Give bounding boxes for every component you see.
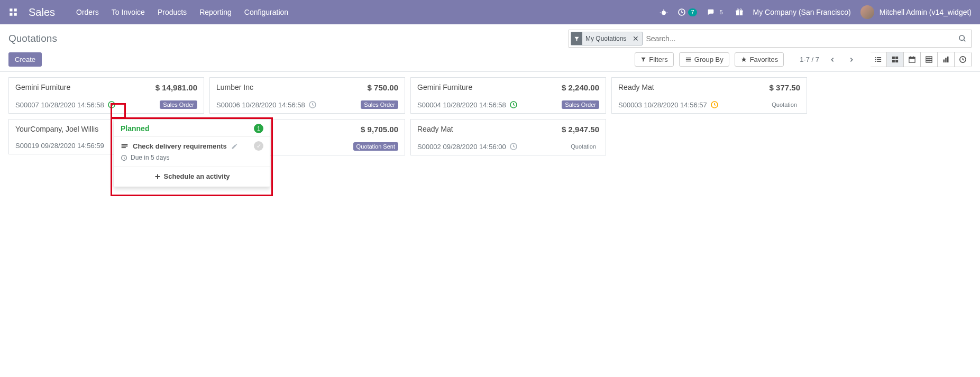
card-amount: $ 750.00 bbox=[368, 83, 398, 92]
card-amount: $ 2,240.00 bbox=[562, 83, 599, 92]
view-kanban[interactable] bbox=[886, 52, 904, 67]
svg-rect-40 bbox=[947, 57, 949, 62]
favorites-label: Favorites bbox=[750, 56, 778, 63]
card-amount: $ 9,705.00 bbox=[361, 125, 398, 134]
svg-rect-3 bbox=[14, 13, 17, 16]
activity-clock-icon[interactable] bbox=[509, 100, 518, 109]
card-ref: S00003 10/28/2020 14:56:57 bbox=[618, 101, 707, 109]
search-bar[interactable]: My Quotations ✕ bbox=[569, 30, 972, 48]
svg-rect-24 bbox=[877, 61, 881, 62]
breadcrumb: Quotations bbox=[8, 33, 57, 44]
card-ref: S00007 10/28/2020 14:56:58 bbox=[15, 101, 104, 109]
view-graph[interactable] bbox=[937, 52, 955, 67]
nav-orders[interactable]: Orders bbox=[76, 8, 99, 16]
activity-title[interactable]: Check delivery requirements bbox=[133, 142, 227, 150]
svg-rect-17 bbox=[686, 59, 691, 60]
kanban-card[interactable]: Lumber Inc$ 750.00S00006 10/28/2020 14:5… bbox=[209, 77, 405, 114]
view-switcher bbox=[870, 52, 972, 67]
search-icon[interactable] bbox=[958, 34, 967, 43]
kanban-card[interactable]: Gemini Furniture$ 14,981.00S00007 10/28/… bbox=[8, 77, 204, 114]
view-activity[interactable] bbox=[954, 52, 972, 67]
svg-point-12 bbox=[737, 9, 738, 11]
svg-rect-18 bbox=[686, 61, 691, 61]
svg-rect-49 bbox=[122, 145, 128, 146]
svg-rect-2 bbox=[10, 13, 12, 16]
svg-rect-21 bbox=[875, 59, 876, 60]
company-switcher[interactable]: My Company (San Francisco) bbox=[753, 8, 851, 16]
svg-rect-48 bbox=[122, 144, 128, 145]
pager-value[interactable]: 1-7 / 7 bbox=[800, 56, 819, 63]
favorites-button[interactable]: Favorites bbox=[735, 52, 784, 67]
svg-rect-19 bbox=[875, 57, 876, 58]
facet-label: My Quotations bbox=[582, 35, 629, 42]
pager-prev[interactable] bbox=[827, 54, 838, 66]
groupby-button[interactable]: Group By bbox=[679, 52, 729, 67]
gift-icon[interactable] bbox=[735, 8, 744, 16]
search-facet: My Quotations ✕ bbox=[571, 32, 643, 45]
app-brand[interactable]: Sales bbox=[29, 6, 55, 19]
svg-rect-26 bbox=[895, 57, 898, 59]
user-name-label: Mitchell Admin (v14_widget) bbox=[880, 8, 972, 16]
discuss-systray[interactable]: 5 bbox=[707, 8, 726, 16]
bug-icon[interactable] bbox=[660, 8, 668, 16]
nav-products[interactable]: Products bbox=[158, 8, 187, 16]
kanban-card[interactable]: Ready Mat$ 2,947.50S00002 09/28/2020 14:… bbox=[410, 119, 606, 155]
clock-icon bbox=[121, 154, 127, 161]
state-badge: Sales Order bbox=[160, 100, 197, 109]
filters-button[interactable]: Filters bbox=[635, 52, 673, 67]
mark-done-icon[interactable]: ✓ bbox=[254, 141, 263, 151]
svg-rect-11 bbox=[739, 11, 739, 15]
facet-remove[interactable]: ✕ bbox=[629, 34, 642, 43]
activity-type-icon bbox=[121, 142, 129, 150]
activity-systray[interactable]: 7 bbox=[677, 8, 697, 16]
activity-popover: Planned 1 Check delivery requirements ✓ … bbox=[114, 119, 270, 161]
svg-rect-0 bbox=[10, 8, 12, 11]
svg-rect-25 bbox=[892, 57, 895, 59]
planned-label: Planned bbox=[121, 124, 149, 133]
avatar bbox=[860, 5, 874, 19]
view-calendar[interactable] bbox=[903, 52, 921, 67]
card-customer: Gemini Furniture bbox=[15, 83, 70, 91]
nav-configuration[interactable]: Configuration bbox=[244, 8, 288, 16]
svg-point-14 bbox=[959, 35, 964, 40]
svg-line-15 bbox=[964, 40, 965, 41]
activity-clock-icon[interactable] bbox=[308, 100, 317, 109]
activity-clock-icon[interactable] bbox=[107, 100, 116, 109]
view-list[interactable] bbox=[870, 52, 887, 67]
edit-icon[interactable] bbox=[231, 143, 238, 150]
apps-icon[interactable] bbox=[8, 7, 29, 17]
state-badge: Quotation bbox=[567, 142, 599, 151]
user-menu[interactable]: Mitchell Admin (v14_widget) bbox=[860, 5, 972, 19]
search-input[interactable] bbox=[643, 30, 958, 47]
svg-rect-16 bbox=[686, 58, 691, 58]
card-ref: S00002 09/28/2020 14:56:00 bbox=[417, 143, 506, 151]
pager-next[interactable] bbox=[846, 54, 857, 66]
planned-count: 1 bbox=[254, 124, 263, 133]
view-pivot[interactable] bbox=[920, 52, 938, 67]
svg-rect-27 bbox=[892, 60, 895, 62]
state-badge: Quotation bbox=[768, 100, 800, 109]
card-amount: $ 14,981.00 bbox=[155, 83, 197, 92]
activity-clock-icon[interactable] bbox=[509, 142, 518, 151]
card-amount: $ 2,947.50 bbox=[562, 125, 599, 134]
nav-links: Orders To Invoice Products Reporting Con… bbox=[76, 8, 288, 16]
svg-rect-22 bbox=[877, 59, 881, 60]
create-button[interactable]: Create bbox=[8, 52, 42, 67]
kanban-card[interactable]: Ready Mat$ 377.50S00003 10/28/2020 14:56… bbox=[611, 77, 807, 114]
card-customer: YourCompany, Joel Willis bbox=[15, 125, 98, 133]
activity-badge: 7 bbox=[688, 8, 697, 16]
activity-clock-icon[interactable] bbox=[710, 100, 719, 109]
svg-point-13 bbox=[740, 9, 741, 11]
card-ref: S00019 09/28/2020 14:56:59 bbox=[15, 142, 104, 150]
discuss-badge: 5 bbox=[717, 8, 726, 16]
card-customer: Ready Mat bbox=[618, 83, 654, 91]
nav-reporting[interactable]: Reporting bbox=[199, 8, 232, 16]
nav-to-invoice[interactable]: To Invoice bbox=[112, 8, 145, 16]
top-navbar: Sales Orders To Invoice Products Reporti… bbox=[0, 0, 980, 24]
kanban-card[interactable]: Gemini Furniture$ 2,240.00S00004 10/28/2… bbox=[410, 77, 606, 114]
card-ref: S00004 10/28/2020 14:56:58 bbox=[417, 101, 506, 109]
svg-rect-28 bbox=[895, 60, 898, 62]
svg-point-4 bbox=[662, 11, 666, 15]
state-badge: Sales Order bbox=[361, 100, 398, 109]
svg-rect-39 bbox=[945, 58, 947, 62]
